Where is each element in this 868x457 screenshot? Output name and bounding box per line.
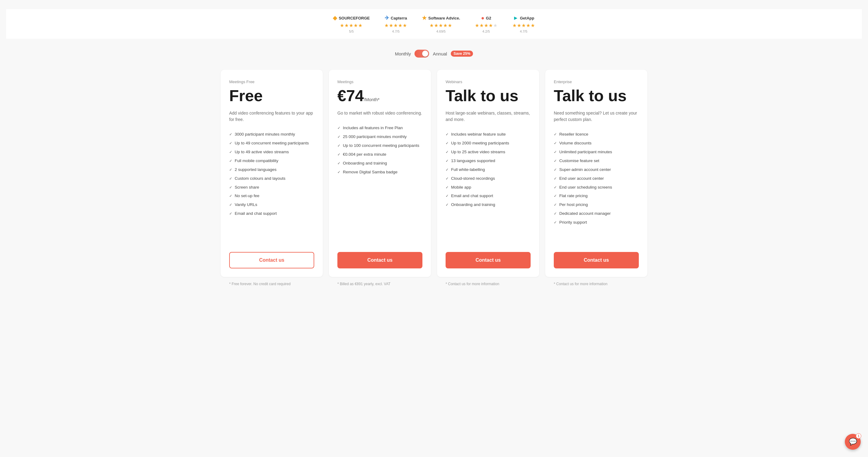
feature-text: €0.004 per extra minute	[343, 152, 386, 158]
check-icon: ✓	[445, 202, 448, 207]
check-icon: ✓	[337, 152, 340, 157]
check-icon: ✓	[229, 176, 232, 181]
feature-item: ✓ Vanity URLs	[229, 200, 314, 209]
check-icon: ✓	[445, 132, 448, 137]
rating-software-advice: ★ Software Advice. ★★★★★ 4.69/5	[422, 14, 460, 33]
feature-text: Priority support	[559, 220, 587, 225]
pricing-grid: Meetings Free Free Add video conferencin…	[221, 70, 647, 277]
feature-item: ✓ Screen share	[229, 183, 314, 192]
feature-item: ✓ 2 supported languages	[229, 165, 314, 174]
feature-text: 2 supported languages	[235, 167, 276, 173]
feature-text: Unlimited participant minutes	[559, 149, 612, 155]
check-icon: ✓	[337, 143, 340, 149]
chat-badge: 1	[856, 433, 861, 439]
software-advice-stars: ★★★★★	[429, 23, 452, 28]
feature-text: Vanity URLs	[235, 202, 257, 208]
rating-logo-capterra: ✈ Capterra	[384, 14, 407, 21]
feature-text: Full mobile compatibility	[235, 158, 278, 164]
check-icon: ✓	[229, 158, 232, 164]
feature-item: ✓ Custom colours and layouts	[229, 174, 314, 183]
feature-text: End user account center	[559, 176, 604, 182]
card-price-enterprise: Talk to us	[554, 87, 639, 104]
check-icon: ✓	[445, 185, 448, 190]
feature-item: ✓ Mobile app	[445, 183, 531, 192]
capterra-name: Capterra	[391, 16, 407, 21]
billing-switch[interactable]	[414, 50, 429, 58]
feature-text: Up to 2000 meeting participants	[451, 140, 509, 146]
card-price-webinars: Talk to us	[445, 87, 531, 104]
feature-text: Mobile app	[451, 185, 471, 190]
card-description-meetings: Go to market with robust video conferenc…	[337, 110, 423, 117]
feature-item: ✓ Per host pricing	[554, 200, 639, 209]
feature-text: End user scheduling screens	[559, 185, 612, 190]
pricing-card-enterprise: Enterprise Talk to us Need something spe…	[545, 70, 647, 277]
getapp-score: 4.7/5	[520, 30, 527, 33]
check-icon: ✓	[445, 193, 448, 199]
card-description-enterprise: Need something special? Let us create yo…	[554, 110, 639, 123]
check-icon: ✓	[554, 158, 557, 164]
check-icon: ✓	[229, 202, 232, 207]
check-icon: ✓	[554, 132, 557, 137]
check-icon: ✓	[554, 211, 557, 216]
check-icon: ✓	[229, 211, 232, 216]
feature-text: 3000 participant minutes monthly	[235, 132, 295, 137]
feature-item: ✓ Email and chat support	[445, 192, 531, 200]
feature-item: ✓ Reseller licence	[554, 130, 639, 139]
contact-button-enterprise[interactable]: Contact us	[554, 252, 639, 268]
check-icon: ✓	[554, 141, 557, 146]
check-icon: ✓	[337, 170, 340, 175]
g2-stars: ★★★★★	[475, 23, 498, 28]
annual-label: Annual	[433, 51, 447, 56]
feature-text: 13 languages supported	[451, 158, 495, 164]
check-icon: ✓	[445, 158, 448, 164]
rating-logo-getapp: ► GetApp	[513, 15, 534, 21]
check-icon: ✓	[445, 167, 448, 172]
feature-text: Up to 100 concurrent meeting participant…	[343, 143, 420, 149]
rating-bar: ◆ SOURCEFORGE ★★★★★ 5/5 ✈ Capterra ★★★★★…	[6, 9, 862, 39]
feature-item: ✓ €0.004 per extra minute	[337, 150, 423, 159]
card-description-free: Add video conferencing features to your …	[229, 110, 314, 123]
check-icon: ✓	[554, 185, 557, 190]
feature-text: Volume discounts	[559, 140, 592, 146]
check-icon: ✓	[337, 134, 340, 139]
feature-item: ✓ Includes webinar feature suite	[445, 130, 531, 139]
check-icon: ✓	[554, 202, 557, 207]
chat-bubble[interactable]: 💬 1	[845, 434, 861, 450]
check-icon: ✓	[229, 141, 232, 146]
feature-item: ✓ 25 000 participant minutes monthly	[337, 133, 423, 141]
check-icon: ✓	[229, 150, 232, 155]
card-category-free: Meetings Free	[229, 79, 314, 84]
feature-list-meetings: ✓ Includes all features in Free Plan ✓ 2…	[337, 124, 423, 244]
feature-text: Up to 25 active video streams	[451, 149, 505, 155]
contact-button-meetings[interactable]: Contact us	[337, 252, 423, 268]
contact-button-free[interactable]: Contact us	[229, 252, 314, 268]
feature-text: Cloud-stored recordings	[451, 176, 495, 182]
rating-logo-software-advice: ★ Software Advice.	[422, 14, 460, 21]
rating-logo-g2: ● G2	[481, 15, 491, 21]
capterra-score: 4.7/5	[392, 30, 400, 33]
g2-name: G2	[486, 16, 491, 21]
contact-button-webinars[interactable]: Contact us	[445, 252, 531, 268]
footnote-enterprise: * Contact us for more information	[545, 282, 647, 286]
card-price-meetings: €74/Month*	[337, 87, 423, 104]
footnotes: * Free forever. No credit card required*…	[221, 282, 647, 286]
feature-item: ✓ Cloud-stored recordings	[445, 174, 531, 183]
footnote-free: * Free forever. No credit card required	[221, 282, 323, 286]
card-description-webinars: Host large-scale webinars, classes, stre…	[445, 110, 531, 123]
getapp-logo-icon: ►	[513, 15, 519, 21]
card-category-enterprise: Enterprise	[554, 79, 639, 84]
feature-item: ✓ Super-admin account center	[554, 165, 639, 174]
feature-text: Custom colours and layouts	[235, 176, 286, 182]
feature-text: Screen share	[235, 185, 259, 190]
feature-item: ✓ Onboarding and training	[445, 200, 531, 209]
feature-text: Customise feature set	[559, 158, 599, 164]
getapp-stars: ★★★★★	[512, 23, 535, 28]
toggle-knob	[422, 51, 428, 57]
feature-list-free: ✓ 3000 participant minutes monthly ✓ Up …	[229, 130, 314, 244]
sourceforge-score: 5/5	[349, 30, 353, 33]
feature-text: 25 000 participant minutes monthly	[343, 134, 407, 140]
pricing-card-meetings: Meetings €74/Month* Go to market with ro…	[329, 70, 431, 277]
feature-item: ✓ No set-up fee	[229, 192, 314, 200]
check-icon: ✓	[229, 132, 232, 137]
feature-item: ✓ Up to 2000 meeting participants	[445, 139, 531, 148]
